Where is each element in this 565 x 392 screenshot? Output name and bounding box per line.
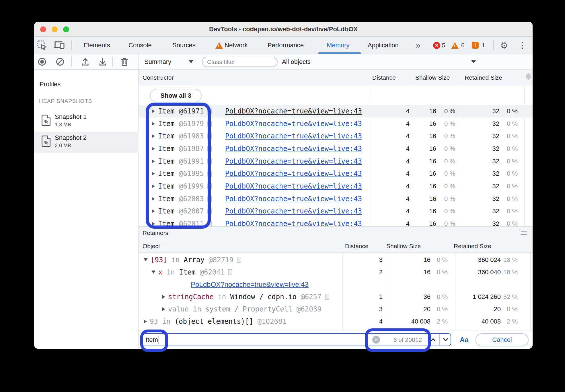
retained-size-value: 40 008: [455, 315, 501, 328]
shallow-size-value: 16: [413, 155, 436, 168]
panel-divider: [139, 54, 139, 70]
expand-arrow-icon[interactable]: [152, 122, 155, 126]
kebab-menu-icon[interactable]: [522, 37, 523, 54]
source-link[interactable]: PoLdbOX?nocache=true&view=live:43: [225, 155, 362, 168]
source-link[interactable]: PoLdbOX?nocache=true&view=live:43: [225, 117, 362, 130]
distance-value: 4: [370, 130, 410, 142]
source-link[interactable]: PoLdbOX?nocache=true&view=live:43: [225, 142, 362, 155]
expand-arrow-icon[interactable]: [162, 307, 165, 311]
source-link[interactable]: PoLdbOX?nocache=true&view=live:43: [225, 167, 362, 180]
column-header-distance[interactable]: Distance: [372, 70, 396, 85]
source-link[interactable]: PoLdbOX?nocache=true&view=live:43: [225, 217, 362, 226]
record-heap-icon[interactable]: [38, 54, 46, 70]
retainer-row[interactable]: 93 in (object elements)[] @102681440 008…: [139, 315, 533, 328]
search-result-count: 6 of 20012: [393, 334, 422, 346]
column-header-shallow-size[interactable]: Shallow Size: [386, 239, 421, 253]
table-row[interactable]: Item@61979PoLdbOX?nocache=true&view=live…: [139, 117, 533, 130]
retainer-row[interactable]: [93] in Array @827193160 %360 02418 %: [139, 254, 533, 266]
column-header-object[interactable]: Object: [143, 239, 160, 253]
tab-sources[interactable]: Sources: [172, 37, 196, 54]
objects-filter-caret-icon[interactable]: [471, 54, 476, 70]
save-profile-icon[interactable]: [98, 54, 108, 70]
source-link[interactable]: PoLdbOX?nocache=true&view=live:43: [191, 281, 309, 289]
table-row[interactable]: Item@61971PoLdbOX?nocache=true&view=live…: [139, 105, 533, 117]
table-row[interactable]: Item@62007PoLdbOX?nocache=true&view=live…: [139, 205, 533, 218]
match-case-toggle[interactable]: Aa: [460, 333, 469, 346]
tab-console[interactable]: Console: [128, 37, 152, 54]
sidebar-item-snapshot-2[interactable]: % Snapshot 2 2.0 MB: [34, 132, 139, 153]
tab-memory[interactable]: Memory: [327, 37, 349, 54]
tab-elements[interactable]: Elements: [84, 37, 110, 54]
retainers-menu-icon[interactable]: [521, 231, 527, 236]
previous-match-button[interactable]: [427, 334, 439, 346]
tab-network[interactable]: Network: [225, 37, 248, 54]
retained-size-percent: 2 %: [501, 315, 518, 328]
expand-arrow-icon[interactable]: [144, 258, 148, 261]
table-row[interactable]: Item@62003PoLdbOX?nocache=true&view=live…: [139, 193, 533, 205]
warning-count: 6: [461, 37, 465, 54]
load-profile-icon[interactable]: [80, 54, 90, 70]
retainer-text-part: 93: [150, 317, 158, 326]
expand-arrow-icon[interactable]: [152, 222, 155, 226]
objects-filter-select[interactable]: All objects: [282, 54, 311, 70]
column-header-distance[interactable]: Distance: [345, 239, 369, 253]
expand-arrow-icon[interactable]: [152, 109, 155, 113]
table-row[interactable]: Item@62011PoLdbOX?nocache=true&view=live…: [139, 217, 533, 226]
shallow-size-percent: 0 %: [436, 167, 455, 180]
column-header-shallow-size[interactable]: Shallow Size: [415, 70, 450, 85]
column-header-retained-size[interactable]: Retained Size: [454, 239, 491, 253]
column-header-retained-size[interactable]: Retained Size: [465, 70, 502, 85]
table-row[interactable]: Item@61987PoLdbOX?nocache=true&view=live…: [139, 142, 533, 155]
source-link[interactable]: PoLdbOX?nocache=true&view=live:43: [225, 130, 362, 142]
source-link[interactable]: PoLdbOX?nocache=true&view=live:43: [225, 193, 362, 205]
retainer-link-row[interactable]: PoLdbOX?nocache=true&view=live:43: [139, 278, 533, 291]
table-row[interactable]: Item@61991PoLdbOX?nocache=true&view=live…: [139, 155, 533, 168]
show-all-button[interactable]: Show all 3: [150, 89, 202, 102]
inspect-element-icon[interactable]: [37, 37, 47, 54]
settings-gear-icon[interactable]: ⚙: [500, 37, 508, 54]
toggle-device-toolbar-icon[interactable]: [53, 37, 65, 54]
sidebar-item-snapshot-1[interactable]: % Snapshot 1 1.3 MB: [34, 111, 139, 132]
table-row[interactable]: Item@61995PoLdbOX?nocache=true&view=live…: [139, 167, 533, 180]
delete-profile-icon[interactable]: [120, 54, 129, 70]
expand-arrow-icon[interactable]: [152, 197, 155, 201]
clear-search-icon[interactable]: ✕: [372, 336, 380, 344]
retainer-row[interactable]: value in system / PropertyCell @62039320…: [139, 303, 533, 315]
retainer-text-part: x: [158, 268, 162, 276]
expand-arrow-icon[interactable]: [152, 172, 155, 175]
retainer-row[interactable]: stringCache in Window / cdpn.io @6257136…: [139, 291, 533, 303]
retained-size-value: 32: [462, 217, 499, 226]
retainer-row[interactable]: x in Item @620412160 %360 04018 %: [139, 266, 533, 278]
search-input[interactable]: Item ✕ 6 of 20012: [141, 333, 451, 346]
class-filter-input[interactable]: Class filter: [202, 57, 278, 67]
cancel-button[interactable]: Cancel: [476, 333, 529, 346]
perspective-caret-icon[interactable]: [189, 54, 193, 70]
retained-size-percent: 0 %: [499, 167, 518, 180]
expand-arrow-icon[interactable]: [144, 320, 147, 324]
expand-arrow-icon[interactable]: [151, 271, 155, 274]
perspective-select[interactable]: Summary: [144, 54, 171, 70]
vertical-scrollbar[interactable]: [526, 73, 531, 80]
issues-icon[interactable]: !: [472, 37, 479, 54]
expand-arrow-icon[interactable]: [152, 209, 155, 213]
expand-arrow-icon[interactable]: [152, 147, 155, 150]
source-link[interactable]: PoLdbOX?nocache=true&view=live:43: [225, 105, 362, 117]
tab-performance[interactable]: Performance: [268, 37, 304, 54]
expand-arrow-icon[interactable]: [162, 295, 165, 299]
warning-count-icon[interactable]: [451, 37, 459, 54]
tab-application[interactable]: Application: [368, 37, 399, 54]
clear-profiles-icon[interactable]: [56, 54, 64, 70]
expand-arrow-icon[interactable]: [152, 185, 155, 188]
more-tabs-icon[interactable]: »: [416, 37, 420, 54]
table-row[interactable]: Item@61983PoLdbOX?nocache=true&view=live…: [139, 130, 533, 142]
table-row[interactable]: Item@61999PoLdbOX?nocache=true&view=live…: [139, 180, 533, 193]
source-link[interactable]: PoLdbOX?nocache=true&view=live:43: [225, 180, 362, 193]
expand-arrow-icon[interactable]: [152, 160, 155, 163]
next-match-button[interactable]: [439, 334, 452, 346]
retained-size-value: 32: [462, 167, 499, 180]
tabbar-separator: [71, 40, 72, 50]
column-header-constructor[interactable]: Constructor: [143, 70, 174, 85]
expand-arrow-icon[interactable]: [152, 134, 155, 138]
source-link[interactable]: PoLdbOX?nocache=true&view=live:43: [225, 205, 362, 218]
error-count-icon[interactable]: ✕: [433, 37, 440, 54]
